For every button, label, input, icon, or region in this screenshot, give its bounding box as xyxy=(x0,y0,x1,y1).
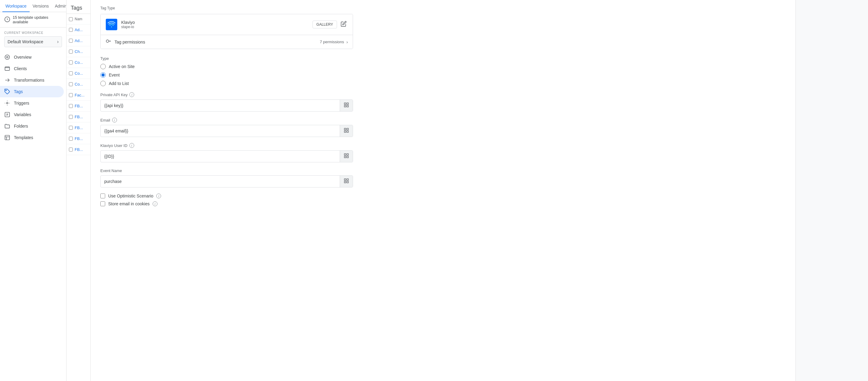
radio-add-to-list[interactable] xyxy=(100,81,106,86)
list-item[interactable]: FB... xyxy=(66,112,90,122)
svg-point-9 xyxy=(106,40,109,42)
sidebar-item-folders[interactable]: Folders xyxy=(0,120,64,132)
list-item[interactable]: FB... xyxy=(66,101,90,112)
event-name-input[interactable] xyxy=(101,177,340,186)
klaviyo-user-id-tag-selector[interactable] xyxy=(340,151,353,162)
svg-rect-23 xyxy=(347,179,348,180)
tab-workspace[interactable]: Workspace xyxy=(2,0,30,12)
radio-item-active-on-site[interactable]: Active on Site xyxy=(100,64,353,69)
row-checkbox[interactable] xyxy=(69,71,73,75)
email-input[interactable] xyxy=(101,126,340,136)
tag-permissions-row[interactable]: Tag permissions 7 permissions › xyxy=(101,35,353,49)
svg-rect-17 xyxy=(347,131,348,133)
list-item[interactable]: FB... xyxy=(66,144,90,155)
nav-label-tags: Tags xyxy=(14,89,23,94)
row-checkbox[interactable] xyxy=(69,115,73,119)
overview-icon xyxy=(4,54,10,60)
row-checkbox[interactable] xyxy=(69,93,73,97)
row-checkbox[interactable] xyxy=(69,60,73,64)
svg-rect-21 xyxy=(347,156,348,158)
email-label: Email xyxy=(100,118,110,122)
event-name-input-row xyxy=(100,175,353,187)
sidebar-item-triggers[interactable]: Triggers xyxy=(0,97,64,109)
store-email-cookies-checkbox[interactable] xyxy=(100,201,105,206)
gallery-button[interactable]: GALLERY xyxy=(312,21,337,28)
row-checkbox[interactable] xyxy=(69,126,73,130)
use-optimistic-scenario-row: Use Optimistic Scenario i xyxy=(100,194,353,198)
email-tag-selector[interactable] xyxy=(340,125,353,137)
sidebar-item-transformations[interactable]: Transformations xyxy=(0,75,64,86)
row-checkbox[interactable] xyxy=(69,28,73,32)
svg-rect-7 xyxy=(5,136,10,140)
chevron-right-icon: › xyxy=(57,39,59,45)
svg-point-5 xyxy=(7,102,8,104)
chevron-right-icon: › xyxy=(346,39,348,45)
use-optimistic-scenario-checkbox[interactable] xyxy=(100,194,105,198)
nav-label-clients: Clients xyxy=(14,66,27,71)
row-checkbox[interactable] xyxy=(69,82,73,86)
sidebar-item-variables[interactable]: Variables xyxy=(0,109,64,120)
sidebar-tabs: Workspace Versions Admin xyxy=(0,0,66,12)
update-banner[interactable]: 15 template updates available xyxy=(0,12,66,28)
sidebar-item-tags[interactable]: Tags xyxy=(0,86,64,97)
private-api-key-tag-selector[interactable] xyxy=(340,100,353,111)
variables-icon xyxy=(4,112,10,118)
tab-admin[interactable]: Admin xyxy=(52,0,66,12)
list-item[interactable]: Fac... xyxy=(66,90,90,101)
select-all-checkbox[interactable] xyxy=(69,17,73,21)
email-help-icon[interactable]: i xyxy=(112,118,117,122)
tag-type-subtitle: stape-io xyxy=(121,25,312,29)
workspace-name: Default Workspace xyxy=(7,39,43,44)
event-name-label: Event Name xyxy=(100,169,122,173)
list-item[interactable]: FB... xyxy=(66,122,90,134)
row-checkbox[interactable] xyxy=(69,39,73,42)
list-item[interactable]: Ad... xyxy=(66,35,90,46)
tab-versions[interactable]: Versions xyxy=(30,0,52,12)
list-item[interactable]: Ad... xyxy=(66,25,90,35)
use-optimistic-help-icon[interactable]: i xyxy=(156,194,161,198)
radio-item-add-to-list[interactable]: Add to List xyxy=(100,81,353,86)
radio-event[interactable] xyxy=(100,72,106,78)
list-item[interactable]: Ch... xyxy=(66,46,90,57)
klaviyo-user-id-help-icon[interactable]: i xyxy=(129,143,134,148)
sidebar-item-overview[interactable]: Overview xyxy=(0,51,64,63)
store-email-cookies-label: Store email in cookies xyxy=(108,201,150,206)
svg-rect-18 xyxy=(344,154,346,155)
radio-item-event[interactable]: Event xyxy=(100,72,353,78)
klaviyo-user-id-field: Klaviyo User ID i xyxy=(100,143,353,163)
tag-type-card: Klaviyo stape-io GALLERY Tag permissions… xyxy=(100,14,353,49)
email-input-row xyxy=(100,125,353,137)
list-item[interactable]: FB... xyxy=(66,134,90,144)
store-email-help-icon[interactable]: i xyxy=(153,201,157,206)
list-item[interactable]: Co... xyxy=(66,79,90,90)
list-item[interactable]: Co... xyxy=(66,57,90,68)
event-name-tag-selector[interactable] xyxy=(340,176,353,187)
private-api-key-input[interactable] xyxy=(101,101,340,110)
folders-icon xyxy=(4,123,10,129)
permissions-label: Tag permissions xyxy=(115,39,320,45)
private-api-key-field: Private API Key i xyxy=(100,92,353,112)
tags-list: Nam Ad... Ad... Ch... Co... Co... Co... xyxy=(66,14,90,381)
klaviyo-user-id-input[interactable] xyxy=(101,151,340,161)
sidebar: Workspace Versions Admin 15 template upd… xyxy=(0,0,66,381)
nav-items: Overview Clients Transformations Tags Tr… xyxy=(0,51,66,143)
tags-panel-title: Tags xyxy=(66,0,90,14)
svg-point-2 xyxy=(5,55,10,60)
type-section: Type Active on Site Event Add to List xyxy=(100,56,353,86)
sidebar-item-clients[interactable]: Clients xyxy=(0,63,64,75)
workspace-selector[interactable]: Default Workspace › xyxy=(4,36,62,47)
update-banner-text: 15 template updates available xyxy=(13,15,62,24)
radio-active-on-site[interactable] xyxy=(100,64,106,69)
private-api-key-label: Private API Key xyxy=(100,92,128,97)
detail-panel: Tag Type Klaviyo stape-io xyxy=(91,0,363,215)
row-checkbox[interactable] xyxy=(69,148,73,151)
private-api-key-help-icon[interactable]: i xyxy=(129,92,134,97)
row-checkbox[interactable] xyxy=(69,104,73,108)
list-item[interactable]: Co... xyxy=(66,68,90,79)
sidebar-item-templates[interactable]: Templates xyxy=(0,132,64,143)
main-content: Tag Type Klaviyo stape-io xyxy=(91,0,796,381)
row-checkbox[interactable] xyxy=(69,50,73,54)
row-checkbox[interactable] xyxy=(69,137,73,141)
svg-rect-25 xyxy=(347,181,348,183)
edit-pencil-icon[interactable] xyxy=(339,20,348,30)
